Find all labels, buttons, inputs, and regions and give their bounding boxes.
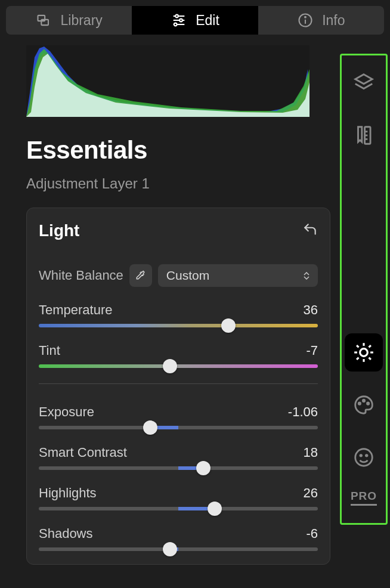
rail-face[interactable]: [345, 438, 383, 476]
eyedropper-button[interactable]: [129, 264, 152, 287]
contrast-value: 18: [304, 445, 318, 460]
exposure-value: -1.06: [288, 404, 318, 420]
shadows-thumb[interactable]: [163, 542, 177, 556]
highlights-value: 26: [304, 485, 318, 501]
svg-point-30: [366, 455, 367, 457]
svg-point-27: [367, 403, 369, 404]
library-icon: [36, 12, 52, 29]
top-tabbar: Library Edit Info: [0, 0, 390, 35]
white-balance-dropdown[interactable]: Custom: [158, 264, 318, 287]
layers-icon: [352, 72, 375, 94]
svg-point-26: [363, 400, 364, 401]
sliders-icon: [171, 12, 187, 29]
svg-point-10: [305, 17, 306, 18]
svg-point-29: [360, 455, 362, 457]
rail-pro[interactable]: PRO: [351, 490, 377, 506]
temperature-row: Temperature 36: [39, 302, 318, 327]
svg-line-21: [357, 345, 358, 347]
temperature-thumb[interactable]: [221, 318, 236, 333]
contrast-row: Smart Contrast 18: [39, 445, 318, 470]
layer-name: Adjustment Layer 1: [26, 175, 323, 192]
svg-point-16: [360, 349, 368, 357]
rail-color[interactable]: [345, 386, 383, 424]
shadows-value: -6: [306, 526, 318, 541]
highlights-label: Highlights: [39, 485, 97, 501]
palette-icon: [352, 394, 375, 416]
reset-light-button[interactable]: [302, 222, 318, 240]
tool-rail: PRO: [340, 54, 388, 525]
exposure-label: Exposure: [39, 404, 94, 420]
light-panel-title: Light: [39, 221, 79, 240]
shadows-row: Shadows -6: [39, 526, 318, 551]
exposure-thumb[interactable]: [143, 420, 157, 435]
temperature-slider[interactable]: [39, 324, 318, 327]
info-icon: [297, 12, 314, 29]
svg-line-22: [369, 358, 371, 360]
contrast-thumb[interactable]: [196, 461, 211, 475]
svg-point-3: [175, 15, 178, 18]
rail-layers[interactable]: [345, 64, 383, 102]
exposure-slider[interactable]: [39, 426, 318, 429]
smile-icon: [352, 446, 375, 469]
undo-icon: [302, 222, 318, 237]
histogram-graphic: [26, 45, 309, 117]
tint-value: -7: [306, 343, 318, 358]
contrast-slider[interactable]: [39, 466, 318, 470]
svg-point-5: [179, 19, 182, 22]
highlights-slider[interactable]: [39, 507, 318, 510]
exposure-row: Exposure -1.06: [39, 404, 318, 429]
shadows-slider[interactable]: [39, 547, 318, 551]
white-balance-value: Custom: [166, 268, 209, 283]
edit-content: Essentials Adjustment Layer 1 Light Whit…: [0, 41, 338, 588]
svg-point-7: [174, 23, 177, 26]
divider: [39, 383, 318, 384]
temperature-value: 36: [304, 302, 318, 318]
tint-row: Tint -7: [39, 343, 318, 368]
rail-light[interactable]: [345, 333, 383, 372]
svg-point-28: [355, 449, 373, 466]
temperature-label: Temperature: [39, 302, 113, 318]
tab-library[interactable]: Library: [6, 6, 132, 35]
pen-ruler-icon: [352, 124, 375, 147]
light-panel: Light White Balance Custom: [26, 208, 330, 565]
histogram[interactable]: [26, 45, 309, 117]
sun-icon: [352, 341, 375, 364]
svg-line-24: [369, 345, 371, 347]
tab-library-label: Library: [61, 13, 103, 29]
eyedropper-icon: [135, 270, 147, 281]
tab-info[interactable]: Info: [258, 6, 384, 35]
white-balance-label: White Balance: [39, 268, 123, 283]
svg-point-25: [358, 403, 360, 404]
rail-crop[interactable]: [345, 116, 383, 154]
chevron-updown-icon: [304, 272, 309, 280]
highlights-row: Highlights 26: [39, 485, 318, 510]
tab-info-label: Info: [322, 13, 345, 29]
contrast-label: Smart Contrast: [39, 445, 127, 460]
page-title: Essentials: [26, 136, 323, 165]
tint-slider[interactable]: [39, 364, 318, 368]
tab-edit[interactable]: Edit: [132, 6, 258, 35]
tint-label: Tint: [39, 343, 60, 358]
shadows-label: Shadows: [39, 526, 93, 541]
highlights-thumb[interactable]: [208, 502, 222, 516]
svg-line-23: [357, 358, 358, 360]
svg-marker-11: [355, 75, 373, 84]
tint-thumb[interactable]: [163, 359, 177, 373]
tab-edit-label: Edit: [196, 13, 219, 29]
